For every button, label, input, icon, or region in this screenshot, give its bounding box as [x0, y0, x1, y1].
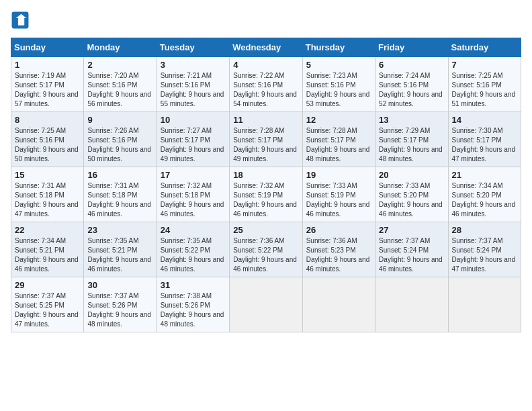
calendar-cell: 14Sunrise: 7:30 AM Sunset: 5:17 PM Dayli… [448, 112, 521, 167]
day-number: 29 [15, 280, 80, 290]
day-info: Sunrise: 7:19 AM Sunset: 5:17 PM Dayligh… [15, 71, 80, 109]
calendar-cell: 26Sunrise: 7:36 AM Sunset: 5:23 PM Dayli… [302, 222, 375, 277]
day-info: Sunrise: 7:23 AM Sunset: 5:16 PM Dayligh… [306, 71, 371, 109]
day-info: Sunrise: 7:35 AM Sunset: 5:21 PM Dayligh… [87, 236, 152, 274]
day-info: Sunrise: 7:35 AM Sunset: 5:22 PM Dayligh… [161, 236, 226, 274]
day-number: 15 [15, 170, 80, 180]
day-number: 19 [306, 170, 371, 180]
calendar-cell: 13Sunrise: 7:29 AM Sunset: 5:17 PM Dayli… [375, 112, 448, 167]
day-number: 28 [452, 225, 517, 235]
day-number: 18 [233, 170, 298, 180]
day-number: 20 [379, 170, 444, 180]
day-number: 9 [87, 115, 152, 125]
day-number: 13 [379, 115, 444, 125]
calendar-cell: 27Sunrise: 7:37 AM Sunset: 5:24 PM Dayli… [375, 222, 448, 277]
day-number: 23 [87, 225, 152, 235]
day-info: Sunrise: 7:31 AM Sunset: 5:18 PM Dayligh… [15, 181, 80, 219]
calendar-cell: 15Sunrise: 7:31 AM Sunset: 5:18 PM Dayli… [11, 167, 84, 222]
day-info: Sunrise: 7:37 AM Sunset: 5:24 PM Dayligh… [452, 236, 517, 274]
weekday-header-friday: Friday [375, 38, 448, 57]
weekday-header-thursday: Thursday [302, 38, 375, 57]
calendar-table: SundayMondayTuesdayWednesdayThursdayFrid… [11, 38, 521, 332]
day-info: Sunrise: 7:38 AM Sunset: 5:26 PM Dayligh… [161, 291, 226, 329]
weekday-header-monday: Monday [84, 38, 157, 57]
day-number: 1 [15, 60, 80, 70]
day-info: Sunrise: 7:36 AM Sunset: 5:22 PM Dayligh… [233, 236, 298, 274]
day-info: Sunrise: 7:32 AM Sunset: 5:19 PM Dayligh… [233, 181, 298, 219]
logo [11, 11, 32, 30]
calendar-cell: 25Sunrise: 7:36 AM Sunset: 5:22 PM Dayli… [230, 222, 302, 277]
day-info: Sunrise: 7:27 AM Sunset: 5:17 PM Dayligh… [161, 126, 226, 164]
calendar-cell: 9Sunrise: 7:26 AM Sunset: 5:16 PM Daylig… [84, 112, 157, 167]
day-info: Sunrise: 7:37 AM Sunset: 5:26 PM Dayligh… [87, 291, 152, 329]
day-number: 10 [161, 115, 226, 125]
day-info: Sunrise: 7:37 AM Sunset: 5:25 PM Dayligh… [15, 291, 80, 329]
calendar-cell [230, 277, 302, 332]
day-number: 21 [452, 170, 517, 180]
day-number: 24 [161, 225, 226, 235]
day-info: Sunrise: 7:34 AM Sunset: 5:21 PM Dayligh… [15, 236, 80, 274]
day-info: Sunrise: 7:28 AM Sunset: 5:17 PM Dayligh… [233, 126, 298, 164]
calendar-cell: 5Sunrise: 7:23 AM Sunset: 5:16 PM Daylig… [302, 57, 375, 112]
calendar-cell: 24Sunrise: 7:35 AM Sunset: 5:22 PM Dayli… [157, 222, 229, 277]
day-info: Sunrise: 7:28 AM Sunset: 5:17 PM Dayligh… [306, 126, 371, 164]
day-info: Sunrise: 7:33 AM Sunset: 5:19 PM Dayligh… [306, 181, 371, 219]
calendar-week-5: 29Sunrise: 7:37 AM Sunset: 5:25 PM Dayli… [11, 277, 521, 332]
day-number: 14 [452, 115, 517, 125]
calendar-cell: 8Sunrise: 7:25 AM Sunset: 5:16 PM Daylig… [11, 112, 84, 167]
day-info: Sunrise: 7:22 AM Sunset: 5:16 PM Dayligh… [233, 71, 298, 109]
day-number: 11 [233, 115, 298, 125]
calendar-cell [375, 277, 448, 332]
weekday-header-tuesday: Tuesday [157, 38, 229, 57]
calendar-cell: 29Sunrise: 7:37 AM Sunset: 5:25 PM Dayli… [11, 277, 84, 332]
day-info: Sunrise: 7:24 AM Sunset: 5:16 PM Dayligh… [379, 71, 444, 109]
day-info: Sunrise: 7:32 AM Sunset: 5:18 PM Dayligh… [161, 181, 226, 219]
day-number: 26 [306, 225, 371, 235]
calendar-cell: 19Sunrise: 7:33 AM Sunset: 5:19 PM Dayli… [302, 167, 375, 222]
day-number: 27 [379, 225, 444, 235]
calendar-cell: 30Sunrise: 7:37 AM Sunset: 5:26 PM Dayli… [84, 277, 157, 332]
calendar-cell: 6Sunrise: 7:24 AM Sunset: 5:16 PM Daylig… [375, 57, 448, 112]
calendar-cell: 31Sunrise: 7:38 AM Sunset: 5:26 PM Dayli… [157, 277, 229, 332]
day-info: Sunrise: 7:30 AM Sunset: 5:17 PM Dayligh… [452, 126, 517, 164]
day-info: Sunrise: 7:20 AM Sunset: 5:16 PM Dayligh… [87, 71, 152, 109]
day-number: 31 [161, 280, 226, 290]
calendar-cell: 18Sunrise: 7:32 AM Sunset: 5:19 PM Dayli… [230, 167, 302, 222]
calendar-cell: 23Sunrise: 7:35 AM Sunset: 5:21 PM Dayli… [84, 222, 157, 277]
day-info: Sunrise: 7:26 AM Sunset: 5:16 PM Dayligh… [87, 126, 152, 164]
calendar-cell: 21Sunrise: 7:34 AM Sunset: 5:20 PM Dayli… [448, 167, 521, 222]
day-number: 16 [87, 170, 152, 180]
day-number: 6 [379, 60, 444, 70]
day-info: Sunrise: 7:25 AM Sunset: 5:16 PM Dayligh… [452, 71, 517, 109]
calendar-cell: 17Sunrise: 7:32 AM Sunset: 5:18 PM Dayli… [157, 167, 229, 222]
day-number: 4 [233, 60, 298, 70]
calendar-cell: 12Sunrise: 7:28 AM Sunset: 5:17 PM Dayli… [302, 112, 375, 167]
calendar-cell: 4Sunrise: 7:22 AM Sunset: 5:16 PM Daylig… [230, 57, 302, 112]
calendar-cell: 16Sunrise: 7:31 AM Sunset: 5:18 PM Dayli… [84, 167, 157, 222]
calendar-week-2: 8Sunrise: 7:25 AM Sunset: 5:16 PM Daylig… [11, 112, 521, 167]
day-info: Sunrise: 7:21 AM Sunset: 5:16 PM Dayligh… [161, 71, 226, 109]
calendar-week-1: 1Sunrise: 7:19 AM Sunset: 5:17 PM Daylig… [11, 57, 521, 112]
day-info: Sunrise: 7:37 AM Sunset: 5:24 PM Dayligh… [379, 236, 444, 274]
day-number: 12 [306, 115, 371, 125]
day-number: 5 [306, 60, 371, 70]
day-info: Sunrise: 7:33 AM Sunset: 5:20 PM Dayligh… [379, 181, 444, 219]
day-number: 8 [15, 115, 80, 125]
calendar-week-4: 22Sunrise: 7:34 AM Sunset: 5:21 PM Dayli… [11, 222, 521, 277]
calendar-cell: 2Sunrise: 7:20 AM Sunset: 5:16 PM Daylig… [84, 57, 157, 112]
calendar-week-3: 15Sunrise: 7:31 AM Sunset: 5:18 PM Dayli… [11, 167, 521, 222]
weekday-header-wednesday: Wednesday [230, 38, 302, 57]
day-info: Sunrise: 7:29 AM Sunset: 5:17 PM Dayligh… [379, 126, 444, 164]
day-number: 30 [87, 280, 152, 290]
calendar-cell: 11Sunrise: 7:28 AM Sunset: 5:17 PM Dayli… [230, 112, 302, 167]
calendar-cell [302, 277, 375, 332]
day-number: 17 [161, 170, 226, 180]
day-info: Sunrise: 7:25 AM Sunset: 5:16 PM Dayligh… [15, 126, 80, 164]
calendar-cell: 22Sunrise: 7:34 AM Sunset: 5:21 PM Dayli… [11, 222, 84, 277]
weekday-header-sunday: Sunday [11, 38, 84, 57]
day-number: 3 [161, 60, 226, 70]
calendar-header-row: SundayMondayTuesdayWednesdayThursdayFrid… [11, 38, 521, 57]
calendar-cell: 7Sunrise: 7:25 AM Sunset: 5:16 PM Daylig… [448, 57, 521, 112]
calendar-cell: 20Sunrise: 7:33 AM Sunset: 5:20 PM Dayli… [375, 167, 448, 222]
day-number: 25 [233, 225, 298, 235]
